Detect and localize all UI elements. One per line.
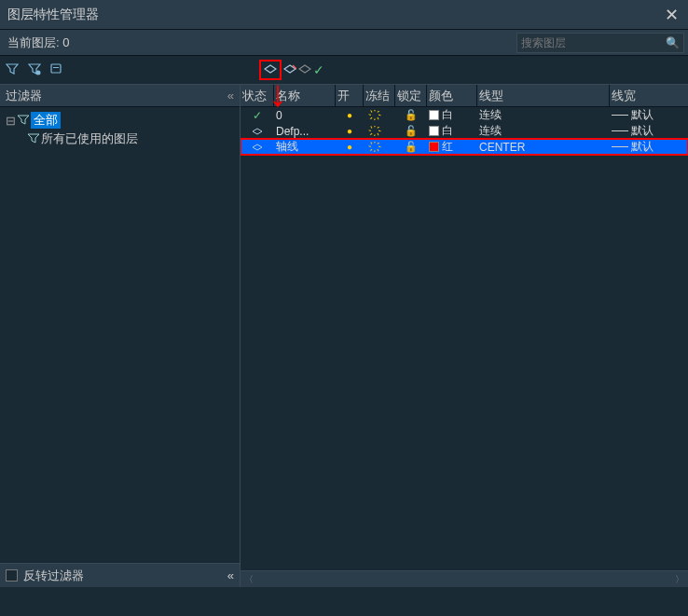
tree-all-label: 全部 (31, 112, 61, 129)
lock-icon[interactable]: 🔓 (405, 125, 418, 137)
cell-name[interactable]: Defp... (274, 125, 336, 138)
set-current-icon[interactable]: ✓ (313, 62, 324, 77)
sun-icon[interactable]: ҉ (378, 142, 381, 152)
invert-filter-checkbox[interactable] (6, 569, 18, 582)
cell-linetype[interactable]: 连续 (477, 107, 610, 123)
current-layer-check-icon: ✓ (253, 109, 262, 122)
cell-name[interactable]: 0 (274, 109, 336, 122)
color-swatch[interactable] (429, 126, 439, 136)
filter-all-icon (18, 114, 29, 128)
table-row[interactable]: Defp...●҉🔓白连续默认 (241, 123, 688, 139)
color-swatch[interactable] (429, 142, 439, 152)
col-linetype[interactable]: 线型 (477, 85, 610, 106)
lineweight-line-icon (612, 115, 628, 116)
table-row[interactable]: 轴线●҉🔓红CENTER默认 (241, 139, 688, 155)
tree-item-used[interactable]: 所有已使用的图层 (6, 130, 234, 148)
cell-color-name: 白 (442, 123, 453, 139)
filter-used-icon (28, 132, 39, 146)
col-status[interactable]: 状态 (241, 85, 274, 106)
title-bar: 图层特性管理器 ✕ (0, 0, 688, 30)
search-icon[interactable]: 🔍 (666, 36, 680, 49)
tree-used-label: 所有已使用的图层 (41, 130, 138, 147)
bulb-icon[interactable]: ● (347, 110, 352, 120)
layer-icon (252, 143, 263, 152)
layer-states-icon[interactable] (50, 62, 63, 78)
cell-lineweight[interactable]: 默认 (610, 123, 675, 139)
filter-header: 过滤器 « (0, 85, 240, 107)
search-box[interactable]: 🔍 (516, 33, 684, 53)
scroll-right-icon[interactable]: 〉 (675, 573, 684, 586)
col-lock[interactable]: 锁定 (395, 85, 427, 106)
grid-body[interactable]: ✓0●҉🔓白连续默认Defp...●҉🔓白连续默认轴线●҉🔓红CENTER默认 (241, 107, 688, 570)
window-title: 图层特性管理器 (7, 7, 99, 23)
invert-filter-label: 反转过滤器 (23, 568, 84, 584)
lineweight-line-icon (612, 146, 628, 147)
layer-list-panel: 状态 名称 开 冻结 锁定 颜色 线型 线宽 ✓0●҉🔓白连续默认Defp...… (241, 85, 688, 587)
col-name[interactable]: 名称 (274, 85, 336, 106)
new-layer-icon[interactable] (264, 62, 277, 77)
svg-rect-2 (53, 67, 59, 68)
filter-footer: 反转过滤器 « (0, 563, 240, 587)
lock-icon[interactable]: 🔓 (405, 109, 418, 121)
col-on[interactable]: 开 (336, 85, 364, 106)
toolbar: ↓ ✓ (0, 56, 688, 84)
col-freeze[interactable]: 冻结 (364, 85, 395, 106)
grid-header: 状态 名称 开 冻结 锁定 颜色 线型 线宽 (241, 85, 688, 107)
lineweight-line-icon (612, 130, 628, 131)
close-icon[interactable]: ✕ (662, 5, 681, 25)
lock-icon[interactable]: 🔓 (405, 141, 418, 153)
col-lineweight[interactable]: 线宽 (610, 85, 675, 106)
delete-layer-icon[interactable] (298, 62, 311, 77)
cell-lineweight[interactable]: 默认 (610, 107, 675, 123)
table-row[interactable]: ✓0●҉🔓白连续默认 (241, 107, 688, 123)
horizontal-scrollbar[interactable]: 〈 〉 (241, 570, 688, 587)
color-swatch[interactable] (429, 110, 439, 120)
new-layer-frozen-icon[interactable] (283, 62, 296, 77)
sun-icon[interactable]: ҉ (378, 110, 381, 120)
cell-linetype[interactable]: 连续 (477, 123, 610, 139)
cell-color-name: 白 (442, 107, 453, 123)
current-layer-bar: 当前图层: 0 🔍 (0, 30, 688, 56)
filter-group-icon[interactable] (28, 62, 41, 78)
cell-linetype[interactable]: CENTER (477, 141, 610, 154)
tree-toggle-icon[interactable]: ⊟ (6, 114, 16, 128)
svg-rect-1 (51, 64, 61, 73)
svg-point-0 (36, 70, 41, 75)
sun-icon[interactable]: ҉ (378, 126, 381, 136)
bulb-icon[interactable]: ● (347, 142, 352, 152)
collapse-filter-icon[interactable]: « (227, 89, 234, 103)
layer-tools: ↓ ✓ (259, 60, 324, 80)
scroll-left-icon[interactable]: 〈 (244, 573, 254, 586)
search-input[interactable] (521, 36, 666, 49)
layer-icon (252, 127, 263, 136)
new-layer-highlight: ↓ (259, 60, 282, 80)
tree-item-all[interactable]: ⊟ 全部 (6, 111, 234, 130)
filter-header-label: 过滤器 (6, 88, 42, 104)
col-color[interactable]: 颜色 (427, 85, 477, 106)
collapse-footer-icon[interactable]: « (227, 568, 234, 582)
main-area: 过滤器 « ⊟ 全部 所有已使用的图层 反转过滤器 « (0, 84, 688, 587)
bulb-icon[interactable]: ● (347, 126, 352, 136)
filter-tree[interactable]: ⊟ 全部 所有已使用的图层 (0, 107, 240, 563)
filter-sidebar: 过滤器 « ⊟ 全部 所有已使用的图层 反转过滤器 « (0, 85, 241, 587)
cell-color-name: 红 (442, 139, 453, 155)
current-layer-label: 当前图层: 0 (4, 33, 73, 53)
cell-name[interactable]: 轴线 (274, 139, 336, 155)
cell-lineweight[interactable]: 默认 (610, 139, 675, 155)
filter-new-icon[interactable] (6, 62, 19, 78)
